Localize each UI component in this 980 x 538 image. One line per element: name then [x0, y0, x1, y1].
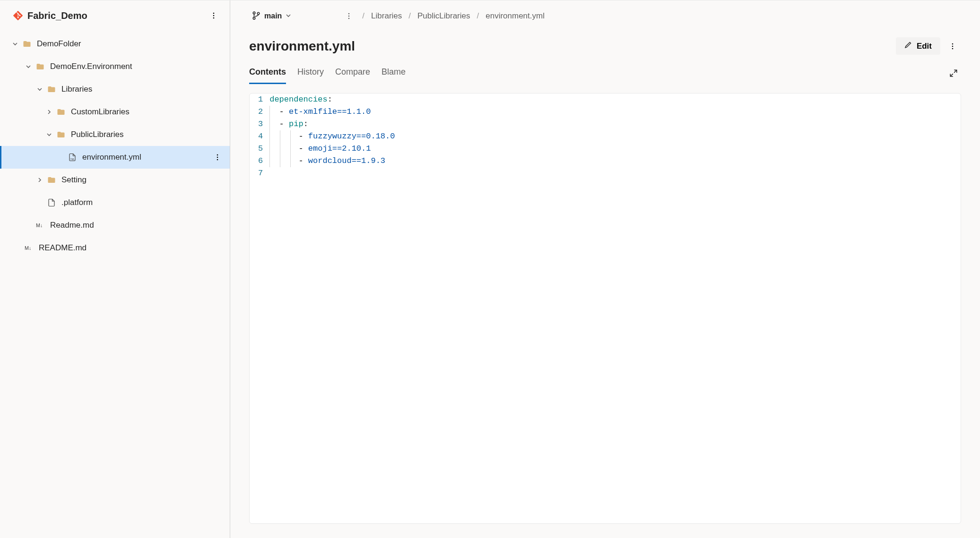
code-editor[interactable]: 1 dependencies: 2 - et-xmlfile==1.1.0 3 … — [249, 93, 961, 524]
svg-point-0 — [213, 13, 215, 14]
repo-more-button[interactable] — [206, 8, 221, 23]
repo-title: Fabric_Demo — [27, 10, 206, 21]
svg-point-12 — [348, 13, 350, 15]
tree-file-readme2[interactable]: M↓ README.md — [0, 237, 230, 259]
branch-icon — [252, 11, 260, 21]
tree-label: README.md — [39, 243, 225, 253]
tab-history[interactable]: History — [297, 62, 324, 84]
tree-label: .platform — [61, 198, 225, 207]
svg-point-13 — [348, 16, 350, 17]
svg-text:M↓: M↓ — [25, 245, 31, 251]
tree-label: DemoEnv.Environment — [50, 62, 225, 71]
line-number: 3 — [250, 118, 269, 130]
breadcrumb-separator: / — [477, 11, 479, 21]
chevron-down-icon — [45, 131, 53, 138]
svg-point-2 — [213, 17, 215, 19]
code-line: 1 dependencies: — [250, 94, 961, 106]
code-line: 6 - wordcloud==1.9.3 — [250, 155, 961, 167]
code-line: 4 - fuzzywuzzy==0.18.0 — [250, 130, 961, 143]
tree-label: CustomLibraries — [71, 107, 225, 117]
expand-icon — [949, 69, 958, 77]
svg-text:YML: YML — [70, 158, 75, 161]
svg-point-10 — [253, 17, 255, 19]
branch-selector[interactable]: main — [249, 9, 294, 23]
tab-contents[interactable]: Contents — [249, 62, 286, 84]
tree-folder-setting[interactable]: Setting — [0, 169, 230, 191]
code-content — [269, 167, 961, 179]
code-content: dependencies: — [269, 94, 961, 106]
code-line: 5 - emoji==2.10.1 — [250, 143, 961, 155]
more-vertical-icon — [345, 12, 353, 20]
folder-open-icon — [47, 85, 56, 94]
code-content: - emoji==2.10.1 — [269, 143, 961, 155]
line-number: 4 — [250, 130, 269, 143]
tree-label: DemoFolder — [37, 39, 225, 49]
app-root: Fabric_Demo DemoFolder DemoEnv.Environme… — [0, 0, 980, 538]
tree-folder-publiclibraries[interactable]: PublicLibraries — [0, 123, 230, 146]
svg-point-1 — [213, 15, 215, 17]
svg-point-9 — [253, 12, 255, 14]
tab-compare[interactable]: Compare — [335, 62, 370, 84]
git-repo-icon — [13, 11, 23, 20]
tree-label: Readme.md — [50, 221, 225, 230]
line-number: 6 — [250, 155, 269, 167]
main-content: main / Libraries / PublicLibraries / env… — [230, 0, 980, 538]
edit-label: Edit — [917, 42, 932, 51]
tree-label: environment.yml — [82, 153, 210, 162]
more-vertical-icon — [949, 43, 956, 50]
svg-point-5 — [217, 157, 218, 158]
edit-button[interactable]: Edit — [896, 37, 940, 55]
tab-blame[interactable]: Blame — [382, 62, 406, 84]
folder-open-icon — [36, 62, 44, 71]
tabs-row: Contents History Compare Blame — [249, 62, 961, 85]
tree-file-environment-yml[interactable]: YML environment.yml — [0, 146, 230, 169]
chevron-down-icon — [11, 40, 19, 48]
tree-folder-customlibraries[interactable]: CustomLibraries — [0, 101, 230, 123]
branch-name: main — [264, 12, 282, 20]
path-more-button[interactable] — [340, 8, 357, 25]
folder-open-icon — [57, 130, 65, 139]
tabs: Contents History Compare Blame — [249, 62, 946, 84]
breadcrumb-separator: / — [408, 11, 411, 21]
folder-open-icon — [23, 40, 31, 48]
tree-label: Setting — [61, 175, 225, 185]
repo-header: Fabric_Demo — [0, 0, 230, 30]
file-tree-sidebar: Fabric_Demo DemoFolder DemoEnv.Environme… — [0, 0, 230, 538]
svg-point-14 — [348, 18, 350, 19]
code-content: - et-xmlfile==1.1.0 — [269, 106, 961, 118]
chevron-down-icon — [286, 12, 291, 20]
chevron-down-icon — [36, 85, 43, 93]
line-number: 2 — [250, 106, 269, 118]
breadcrumb-separator: / — [362, 11, 364, 21]
file-header: environment.yml Edit — [249, 25, 961, 58]
file-tree: DemoFolder DemoEnv.Environment Libraries… — [0, 30, 230, 262]
file-icon — [47, 198, 56, 207]
file-more-button[interactable] — [944, 38, 961, 55]
chevron-right-icon — [45, 108, 53, 116]
tree-folder-demoenv[interactable]: DemoEnv.Environment — [0, 55, 230, 78]
tree-folder-libraries[interactable]: Libraries — [0, 78, 230, 101]
svg-point-16 — [952, 45, 954, 47]
code-content: - pip: — [269, 118, 961, 130]
tree-folder-demofolder[interactable]: DemoFolder — [0, 33, 230, 55]
chevron-right-icon — [36, 176, 43, 184]
breadcrumb-libraries[interactable]: Libraries — [371, 11, 402, 21]
tree-file-readme1[interactable]: M↓ Readme.md — [0, 214, 230, 237]
folder-icon — [57, 108, 65, 116]
svg-point-17 — [952, 48, 954, 49]
tree-label: Libraries — [61, 85, 225, 94]
code-line: 2 - et-xmlfile==1.1.0 — [250, 106, 961, 118]
breadcrumb-publiclibraries[interactable]: PublicLibraries — [417, 11, 470, 21]
tree-item-more-button[interactable] — [210, 150, 225, 165]
code-line: 7 — [250, 167, 961, 179]
code-content: - wordcloud==1.9.3 — [269, 155, 961, 167]
svg-point-6 — [217, 159, 218, 161]
code-line: 3 - pip: — [250, 118, 961, 130]
yml-file-icon: YML — [68, 153, 77, 162]
svg-point-4 — [217, 154, 218, 156]
chevron-down-icon — [25, 63, 32, 70]
line-number: 1 — [250, 94, 269, 106]
fullscreen-button[interactable] — [946, 66, 961, 81]
line-number: 7 — [250, 167, 269, 179]
tree-file-platform[interactable]: .platform — [0, 191, 230, 214]
